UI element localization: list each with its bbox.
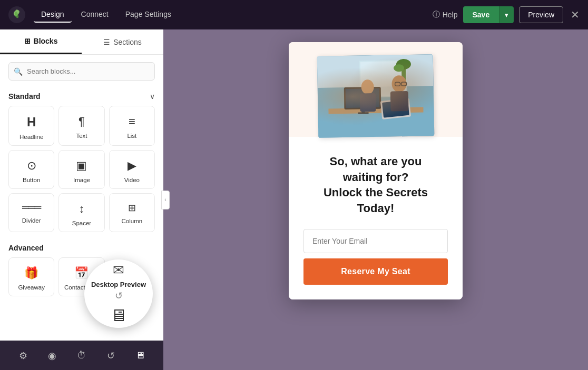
svg-rect-20 (401, 82, 407, 86)
bottom-toolbar: ⚙ ◉ ⏱ ↺ 🖥 (0, 341, 163, 370)
svg-rect-18 (390, 91, 409, 112)
sidebar: ⊞ Blocks ☰ Sections 🔍 Standard ∨ H Head (0, 29, 163, 370)
block-button[interactable]: ⊙ Button (8, 150, 54, 189)
save-button[interactable]: Save (463, 6, 499, 23)
standard-section-title: Standard (8, 92, 41, 101)
list-icon: ≡ (129, 115, 135, 128)
nav-tab-connect[interactable]: Connect (74, 7, 116, 23)
spacer-label: Spacer (72, 220, 91, 226)
svg-point-17 (391, 75, 407, 92)
help-icon: ⓘ (433, 10, 440, 19)
standard-section-header: Standard ∨ (0, 88, 163, 106)
sections-tab-icon: ☰ (103, 38, 110, 46)
image-label: Image (73, 177, 90, 183)
search-wrapper: 🔍 (8, 62, 155, 81)
search-icon: 🔍 (14, 67, 23, 76)
contact-form-icon: 📅 (74, 266, 89, 280)
help-button[interactable]: ⓘ Help (433, 10, 458, 19)
device-toolbar-button[interactable]: 🖥 (131, 346, 149, 365)
history-toolbar-button[interactable]: ⏱ (73, 346, 91, 365)
nav-tabs: Design Connect Page Settings (34, 7, 428, 23)
layers-toolbar-button[interactable]: ◉ (44, 346, 61, 366)
advanced-section-title: Advanced (8, 244, 155, 252)
blocks-tab-label: Blocks (34, 37, 58, 45)
block-list[interactable]: ≡ List (109, 106, 155, 146)
video-icon: ▶ (128, 159, 136, 173)
top-nav: Design Connect Page Settings ⓘ Help Save… (0, 0, 588, 29)
page-canvas: So, what are youwaiting for?Unlock the S… (289, 42, 463, 299)
tab-blocks[interactable]: ⊞ Blocks (0, 29, 82, 54)
block-headline[interactable]: H Headline (8, 106, 54, 146)
sidebar-collapse-handle[interactable]: ‹ (161, 191, 170, 209)
tooltip-monitor-icon: 🖥 (110, 306, 127, 325)
blocks-tab-icon: ⊞ (24, 37, 31, 45)
spacer-icon: ↕ (79, 202, 84, 216)
help-label: Help (443, 11, 458, 19)
text-icon: ¶ (79, 115, 85, 128)
svg-point-15 (361, 79, 374, 94)
svg-rect-3 (359, 60, 407, 98)
preview-button[interactable]: Preview (519, 6, 563, 23)
sidebar-tabs: ⊞ Blocks ☰ Sections (0, 29, 163, 55)
canvas-headline: So, what are youwaiting for?Unlock the S… (303, 154, 448, 216)
button-icon: ⊙ (27, 159, 36, 173)
envelope-icon: ✉ (113, 262, 124, 278)
canvas-area: So, what are youwaiting for?Unlock the S… (163, 29, 588, 370)
text-label: Text (76, 133, 87, 139)
svg-rect-16 (360, 93, 376, 112)
block-image[interactable]: ▣ Image (58, 150, 104, 189)
column-icon: ⊞ (128, 202, 136, 214)
button-label: Button (23, 177, 40, 183)
divider-label: Divider (22, 217, 41, 224)
svg-rect-13 (380, 98, 411, 120)
video-label: Video (124, 177, 140, 183)
chevron-down-icon[interactable]: ∨ (150, 92, 155, 101)
giveaway-label: Giveaway (18, 284, 45, 291)
nav-right: ⓘ Help Save ▾ Preview ✕ (433, 6, 580, 23)
svg-rect-14 (382, 100, 409, 118)
block-giveaway[interactable]: 🎁 Giveaway (8, 257, 54, 296)
main-layout: ⊞ Blocks ☰ Sections 🔍 Standard ∨ H Head (0, 29, 588, 370)
list-label: List (127, 133, 136, 139)
svg-rect-8 (328, 107, 423, 114)
svg-rect-11 (361, 109, 365, 113)
svg-point-7 (394, 64, 404, 72)
search-input[interactable] (8, 62, 155, 81)
nav-tab-design[interactable]: Design (34, 7, 72, 23)
giveaway-icon: 🎁 (24, 266, 38, 280)
svg-point-6 (396, 59, 411, 69)
save-btn-group: Save ▾ (463, 6, 514, 23)
save-dropdown-button[interactable]: ▾ (499, 6, 514, 23)
canvas-text-section: So, what are youwaiting for?Unlock the S… (289, 137, 463, 299)
svg-rect-12 (358, 112, 369, 114)
settings-toolbar-button[interactable]: ⚙ (15, 346, 32, 366)
headline-label: Headline (19, 134, 43, 140)
canvas-email-input[interactable] (303, 229, 448, 253)
canvas-submit-button[interactable]: Reserve My Seat (303, 258, 448, 285)
block-text[interactable]: ¶ Text (58, 106, 104, 146)
block-spacer[interactable]: ↕ Spacer (58, 193, 104, 232)
block-divider[interactable]: ═══ Divider (8, 193, 54, 232)
nav-tab-page-settings[interactable]: Page Settings (118, 7, 179, 23)
refresh-toolbar-button[interactable]: ↺ (103, 346, 119, 366)
tab-sections[interactable]: ☰ Sections (82, 29, 163, 54)
headline-icon: H (27, 115, 36, 129)
desktop-preview-tooltip: ✉ Desktop Preview ↺ 🖥 (84, 259, 153, 328)
divider-icon: ═══ (22, 202, 41, 213)
svg-rect-1 (317, 54, 435, 138)
logo (8, 6, 25, 23)
close-button[interactable]: ✕ (571, 8, 580, 21)
block-column[interactable]: ⊞ Column (109, 193, 155, 232)
tooltip-refresh-icon: ↺ (115, 290, 123, 302)
svg-rect-4 (360, 61, 406, 96)
column-label: Column (122, 218, 143, 224)
block-video[interactable]: ▶ Video (109, 150, 155, 189)
svg-rect-10 (346, 88, 380, 108)
svg-rect-19 (395, 82, 400, 86)
svg-rect-5 (401, 65, 406, 86)
search-bar: 🔍 (0, 55, 163, 88)
svg-rect-2 (318, 86, 435, 138)
svg-rect-9 (344, 87, 381, 109)
standard-blocks-grid: H Headline ¶ Text ≡ List ⊙ Button ▣ Imag… (0, 106, 163, 239)
tooltip-label: Desktop Preview (91, 281, 146, 289)
